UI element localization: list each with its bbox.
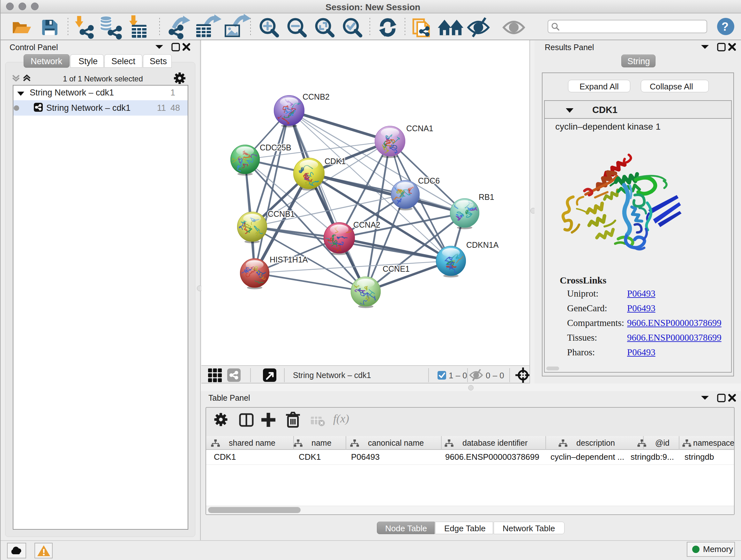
svg-text:CDK1: CDK1	[325, 157, 346, 166]
svg-text:CCNA2: CCNA2	[353, 220, 381, 229]
svg-text:CDC25B: CDC25B	[260, 143, 291, 152]
svg-text:CCNB1: CCNB1	[268, 209, 295, 219]
svg-text:RB1: RB1	[479, 192, 494, 201]
svg-text:CCNE1: CCNE1	[383, 264, 410, 273]
svg-text:CDKN1A: CDKN1A	[466, 240, 499, 249]
svg-text:CCNA1: CCNA1	[406, 124, 433, 133]
svg-text:CCNB2: CCNB2	[302, 92, 330, 101]
svg-text:HIST1H1A: HIST1H1A	[270, 255, 308, 264]
svg-text:CDC6: CDC6	[418, 176, 440, 185]
